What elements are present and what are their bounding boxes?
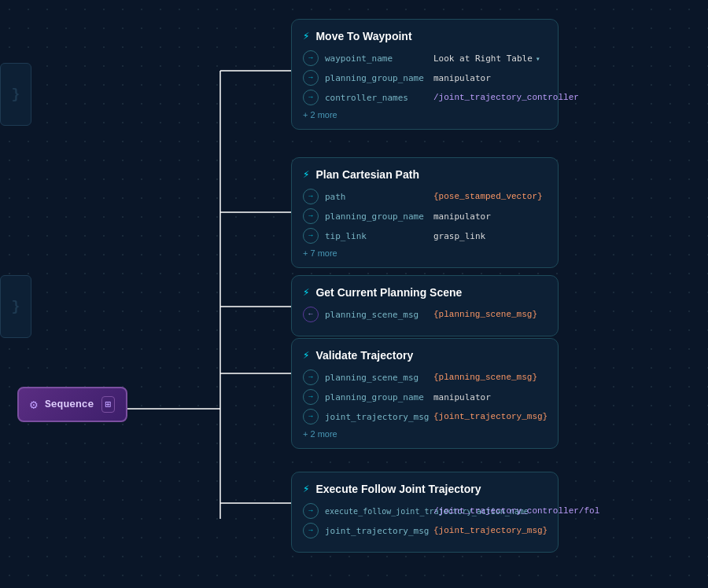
waypoint-value-text: Look at Right Table [433,53,533,64]
arrow-validate-planning-group: → [303,389,319,405]
arrow-planning-scene-msg: ← [303,307,319,322]
key-path: path [325,192,427,202]
bolt-icon-waypoint: ⚡ [303,29,309,42]
key-controller-names: controller_names [325,93,427,103]
arrow-validate-planning-scene: → [303,369,319,385]
arrow-execute-joint-traj: → [303,523,319,538]
card-title-cartesian: Plan Cartesian Path [315,168,419,181]
card-header-planning: ⚡ Get Current Planning Scene [303,285,547,299]
arrow-controller-names: → [303,90,319,105]
card-move-to-waypoint: ⚡ Move To Waypoint → waypoint_name Look … [291,19,559,130]
value-controller-names: /joint_trajectory_controller [433,93,579,102]
value-validate-joint-traj: {joint_trajectory_msg} [433,412,548,421]
card-header-validate: ⚡ Validate Trajectory [303,348,547,362]
left-stub-2: } [0,275,31,338]
card-header-cartesian: ⚡ Plan Cartesian Path [303,167,547,181]
row-controller-names: → controller_names /joint_trajectory_con… [303,90,547,105]
arrow-planning-group-cartesian: → [303,208,319,224]
expand-icon[interactable]: ⊞ [101,396,115,413]
row-planning-scene-msg: ← planning_scene_msg {planning_scene_msg… [303,307,547,322]
row-planning-group-cartesian: → planning_group_name manipulator [303,208,547,224]
canvas: } } ⚙ Sequence ⊞ ⚡ Move To Waypoint → wa… [0,0,708,588]
key-validate-joint-traj: joint_trajectory_msg [325,412,427,422]
key-validate-planning-scene: planning_scene_msg [325,373,427,383]
arrow-validate-joint-traj: → [303,409,319,424]
card-title-waypoint: Move To Waypoint [315,30,411,42]
bolt-icon-cartesian: ⚡ [303,167,309,181]
row-validate-joint-traj: → joint_trajectory_msg {joint_trajectory… [303,409,547,424]
card-title-planning: Get Current Planning Scene [315,286,462,299]
arrow-execute-action-name: → [303,503,319,519]
arrow-tip-link: → [303,228,319,244]
value-tip-link: grasp_link [433,231,485,241]
sequence-label: Sequence [45,399,94,410]
card-validate-trajectory: ⚡ Validate Trajectory → planning_scene_m… [291,338,559,449]
card-header-waypoint: ⚡ Move To Waypoint [303,29,547,42]
left-stub-1: } [0,63,31,126]
bolt-icon-execute: ⚡ [303,482,309,495]
card-plan-cartesian-path: ⚡ Plan Cartesian Path → path {pose_stamp… [291,157,559,268]
value-planning-group-waypoint: manipulator [433,73,491,83]
card-header-execute: ⚡ Execute Follow Joint Trajectory [303,482,547,495]
bolt-icon-validate: ⚡ [303,348,309,362]
value-execute-action-name: /joint_trajectory_controller/fol [433,506,599,516]
value-execute-joint-traj: {joint_trajectory_msg} [433,526,548,535]
row-validate-planning-group: → planning_group_name manipulator [303,389,547,405]
sequence-node[interactable]: ⚙ Sequence ⊞ [17,387,127,422]
key-planning-group-waypoint: planning_group_name [325,73,427,83]
value-planning-scene-msg: {planning_scene_msg} [433,310,537,319]
key-execute-action-name: execute_follow_joint_trajectory_action_n… [325,507,427,516]
row-tip-link: → tip_link grasp_link [303,228,547,244]
dropdown-chevron[interactable]: ▾ [536,54,540,63]
card-execute-follow-joint: ⚡ Execute Follow Joint Trajectory → exec… [291,472,559,553]
bolt-icon-planning: ⚡ [303,285,309,299]
value-waypoint-name: Look at Right Table ▾ [433,53,540,64]
key-execute-joint-traj: joint_trajectory_msg [325,526,427,536]
key-tip-link: tip_link [325,231,427,241]
more-link-cartesian[interactable]: + 7 more [303,248,547,258]
arrow-path: → [303,189,319,204]
value-path: {pose_stamped_vector} [433,192,543,201]
row-waypoint-name: → waypoint_name Look at Right Table ▾ [303,50,547,66]
value-validate-planning-scene: {planning_scene_msg} [433,373,537,382]
arrow-planning-group-waypoint: → [303,70,319,86]
key-waypoint-name: waypoint_name [325,53,427,64]
card-title-execute: Execute Follow Joint Trajectory [315,483,481,495]
card-title-validate: Validate Trajectory [315,349,413,362]
arrow-waypoint-name: → [303,50,319,66]
more-link-waypoint[interactable]: + 2 more [303,110,547,119]
gear-icon: ⚙ [30,397,38,413]
key-planning-scene-msg: planning_scene_msg [325,310,427,320]
value-planning-group-cartesian: manipulator [433,211,491,222]
card-get-planning-scene: ⚡ Get Current Planning Scene ← planning_… [291,275,559,336]
row-planning-group-waypoint: → planning_group_name manipulator [303,70,547,86]
more-link-validate[interactable]: + 2 more [303,429,547,439]
row-validate-planning-scene: → planning_scene_msg {planning_scene_msg… [303,369,547,385]
row-execute-joint-traj: → joint_trajectory_msg {joint_trajectory… [303,523,547,538]
row-path: → path {pose_stamped_vector} [303,189,547,204]
key-planning-group-cartesian: planning_group_name [325,211,427,222]
value-validate-planning-group: manipulator [433,392,491,402]
row-execute-action-name: → execute_follow_joint_trajectory_action… [303,503,547,519]
key-validate-planning-group: planning_group_name [325,392,427,402]
